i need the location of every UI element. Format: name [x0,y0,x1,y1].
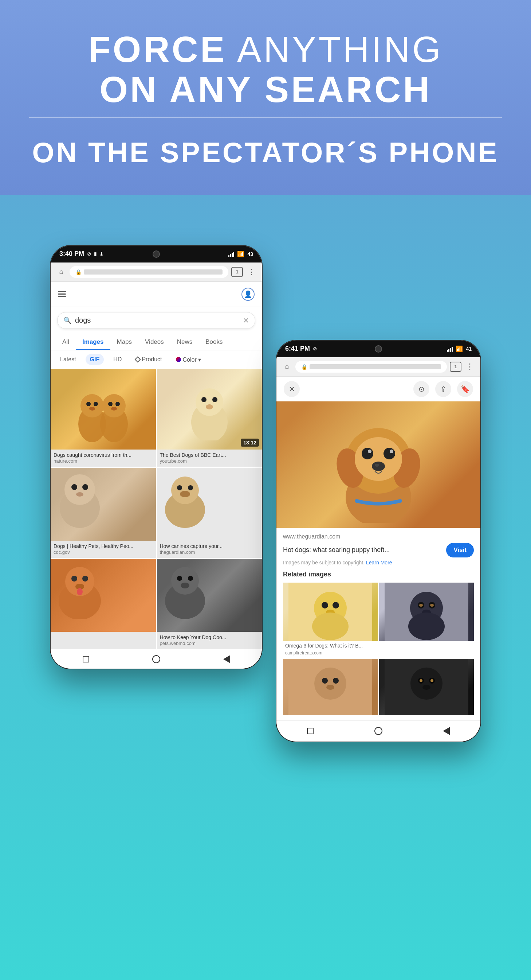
cell-5-caption [51,632,156,636]
tab-videos[interactable]: Videos [138,334,170,350]
search-text: dogs [75,316,239,325]
filter-latest[interactable]: Latest [56,354,81,365]
status-right-left: 📶 43 [228,250,253,258]
bookmark-btn[interactable]: 🔖 [457,381,473,397]
divider-1 [29,117,502,118]
related-cell-1[interactable]: Omega-3 for Dogs: What is it? B... campf… [283,582,378,657]
lens-btn[interactable]: ⊙ [414,381,430,397]
svg-point-45 [372,461,385,471]
svg-point-14 [206,404,213,409]
svg-point-23 [188,485,193,490]
browser-chrome-right: ⌂ 🔒 1 ⋮ [276,357,480,377]
tab-count-left[interactable]: 1 [231,267,243,277]
related-dog-3-svg [283,659,378,715]
cell-3-caption: Dogs | Healthy Pets, Healthy Peo... cdc.… [51,541,156,558]
url-bar-right[interactable]: 🔒 [295,361,447,372]
hamburger-menu[interactable] [58,291,66,297]
nav-triangle-icon-right [443,727,450,735]
learn-more-link[interactable]: Learn More [366,560,392,565]
wifi-icon-right: 📶 [456,345,463,352]
svg-point-6 [108,402,113,406]
nav-circle-btn[interactable] [150,652,162,665]
filter-color[interactable]: Color ▾ [171,354,206,365]
svg-point-8 [89,407,95,410]
svg-point-67 [411,668,442,700]
svg-point-44 [390,450,393,453]
url-bar-left[interactable]: 🔒 [70,266,228,278]
camera-dot-left [152,250,160,258]
svg-point-9 [111,407,117,410]
related-heading: Related images [283,571,474,578]
header-section: FORCE ANYTHING ON ANY SEARCH ON THE SPEC… [0,0,531,195]
related-dog-3-img [283,659,378,715]
grid-cell-1[interactable]: Dogs caught coronavirus from th... natur… [51,369,156,467]
nav-back-btn[interactable] [220,652,233,665]
grid-cell-5[interactable] [51,559,156,649]
filter-bar: Latest GIF HD Product Color ▾ [51,350,262,369]
tab-maps[interactable]: Maps [110,334,139,350]
related-cell-4[interactable] [379,659,474,715]
image-grid-left: Dogs caught coronavirus from th... natur… [51,369,262,649]
dog-pug-img [157,468,262,541]
detail-toolbar: ✕ ⊙ ⇪ 🔖 [276,377,480,401]
status-bar-left: 3:40 PM ⊘ ▮ ⤓ [51,246,262,262]
close-btn[interactable]: ✕ [284,381,300,397]
svg-point-5 [94,402,98,406]
shih-tzu-svg [51,468,109,528]
dog-french-img [157,559,262,632]
phone-left-screen: 3:40 PM ⊘ ▮ ⤓ [51,246,262,669]
grid-cell-2[interactable]: 13:12 The Best Dogs of BBC Eart... youtu… [157,369,262,467]
google-avatar[interactable]: 👤 [241,288,255,301]
battery-left: 43 [247,251,253,257]
tab-news[interactable]: News [170,334,199,350]
related-dog-4-svg [379,659,474,715]
dog-pomeranian-img [51,369,156,450]
related-cell-3[interactable] [283,659,378,715]
nav-circle-btn-right[interactable] [372,725,385,738]
nav-triangle-icon [223,655,230,663]
google-page-left: 👤 🔍 dogs ✕ All Images Maps [51,282,262,649]
cell-1-caption: Dogs caught coronavirus from th... natur… [51,450,156,467]
svg-point-35 [181,582,189,589]
filter-gif[interactable]: GIF [86,354,104,365]
browser-menu-btn[interactable]: ⋮ [246,267,257,277]
svg-point-18 [82,484,88,490]
svg-point-70 [422,685,431,690]
cell-2-caption: The Best Dogs of BBC Eart... youtube.com [157,450,262,467]
svg-point-63 [322,678,328,684]
headline-2: ON THE SPECTATOR´S PHONE [29,125,502,180]
svg-point-30 [77,588,83,595]
search-bar[interactable]: 🔍 dogs ✕ [57,312,255,329]
grid-cell-3[interactable]: Dogs | Healthy Pets, Healthy Peo... cdc.… [51,468,156,558]
svg-point-28 [82,576,88,582]
nav-square-btn[interactable] [79,652,92,665]
related-dog-1-svg [283,582,378,641]
grid-cell-4[interactable]: How canines capture your... theguardian.… [157,468,262,558]
nav-back-btn-right[interactable] [440,725,453,738]
share-btn[interactable]: ⇪ [435,381,451,397]
camera-dot-right [375,345,382,353]
filter-hd[interactable]: HD [109,354,126,365]
nav-circle-icon [152,655,160,663]
grid-cell-6[interactable]: How to Keep Your Dog Coo... pets.webmd.c… [157,559,262,649]
browser-menu-btn-right[interactable]: ⋮ [464,362,475,372]
nav-circle-icon-right [374,727,382,735]
browser-home-btn-right[interactable]: ⌂ [282,361,292,372]
filter-product[interactable]: Product [131,354,166,365]
nav-square-btn-right[interactable] [304,725,317,738]
tab-all[interactable]: All [56,334,76,350]
search-icon: 🔍 [63,317,71,325]
tab-count-right[interactable]: 1 [450,362,461,372]
status-right-right: 📶 41 [447,345,472,352]
tab-books[interactable]: Books [199,334,229,350]
visit-button[interactable]: Visit [446,543,474,557]
related-cell-2[interactable] [379,582,474,657]
search-clear-btn[interactable]: ✕ [243,316,249,325]
tab-images[interactable]: Images [76,334,110,350]
svg-point-16 [65,474,95,505]
svg-point-17 [71,484,77,490]
detail-url: www.theguardian.com [283,533,474,540]
svg-point-40 [355,437,402,481]
svg-point-34 [188,576,193,581]
browser-home-btn[interactable]: ⌂ [56,267,67,277]
